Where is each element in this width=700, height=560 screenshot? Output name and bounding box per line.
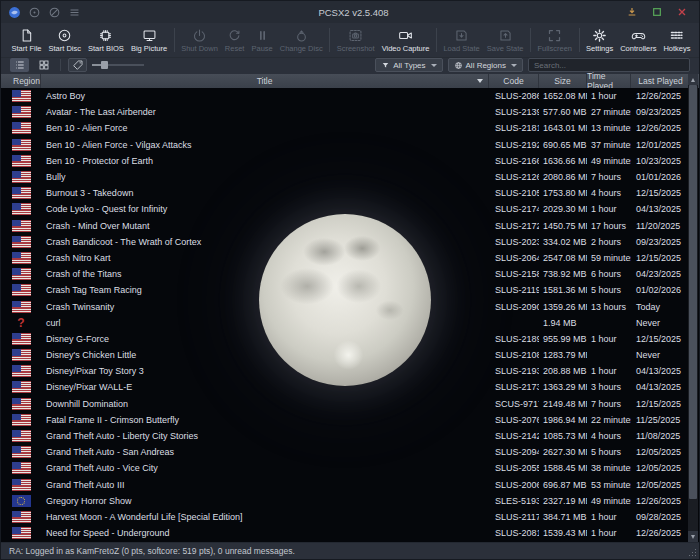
cell-size: 1636.66 MB — [539, 156, 587, 166]
table-row[interactable]: Grand Theft Auto - Liberty City StoriesS… — [1, 428, 699, 444]
minimize-button[interactable] — [626, 6, 638, 18]
table-row[interactable]: Need for Speed - UndergroundSLUS-2081115… — [1, 525, 699, 541]
table-row[interactable]: BullySLUS-212692080.86 MB7 hours01/01/20… — [1, 169, 699, 185]
column-header-last-played[interactable]: Last Played — [631, 74, 691, 88]
column-header-region[interactable]: Region — [1, 74, 41, 88]
table-row[interactable]: Burnout 3 - TakedownSLUS-210501753.80 MB… — [1, 185, 699, 201]
cell-code: SLUS-20552 — [489, 463, 539, 473]
table-row[interactable]: Crash Bandicoot - The Wrath of CortexSLU… — [1, 234, 699, 250]
start-bios-button[interactable]: Start BIOS — [85, 24, 128, 56]
column-header-size[interactable]: Size — [539, 74, 587, 88]
shut-down-button[interactable]: Shut Down — [178, 24, 222, 56]
type-filter-dropdown[interactable]: All Types — [375, 58, 442, 72]
start-bios-icon — [98, 28, 113, 43]
scroll-up-button[interactable] — [688, 74, 698, 85]
table-row[interactable]: Grand Theft Auto - San AndreasSLUS-20946… — [1, 444, 699, 460]
us-flag-icon — [12, 139, 31, 151]
cell-title: Grand Theft Auto - San Andreas — [41, 447, 489, 457]
table-row[interactable]: Ben 10 - Alien ForceSLUS-218151643.01 MB… — [1, 120, 699, 136]
cell-size: 208.88 MB — [539, 366, 587, 376]
cell-last-played: 12/26/2025 — [631, 496, 691, 506]
cell-region — [1, 90, 41, 102]
window-shade-icon[interactable] — [48, 6, 61, 19]
load-state-button[interactable]: Load State — [440, 24, 483, 56]
us-flag-icon — [12, 90, 31, 102]
slider-handle[interactable] — [101, 61, 108, 69]
cell-code: SLES-51933 — [489, 496, 539, 506]
cell-region — [1, 252, 41, 264]
video-capture-button[interactable]: Video Capture — [378, 24, 433, 56]
cell-size: 2327.19 MB — [539, 496, 587, 506]
column-header-label: Size — [554, 76, 571, 86]
window-pin-icon[interactable] — [28, 6, 41, 19]
controllers-icon — [631, 28, 646, 43]
vertical-scrollbar[interactable] — [688, 74, 698, 542]
table-row[interactable]: Astro BoySLUS-208671652.08 MB1 hour12/26… — [1, 88, 699, 104]
grid-view-button[interactable] — [34, 58, 53, 72]
cell-last-played: 12/26/2025 — [631, 528, 691, 538]
table-row[interactable]: Downhill DominationSCUS-971772149.48 MB7… — [1, 396, 699, 412]
start-disc-button[interactable]: Start Disc — [45, 24, 85, 56]
show-titles-button[interactable] — [68, 58, 87, 72]
us-flag-icon — [12, 398, 31, 410]
table-row[interactable]: Disney/Pixar Toy Story 3SLUS-21931208.88… — [1, 363, 699, 379]
region-filter-dropdown[interactable]: All Regions — [448, 58, 523, 72]
list-view-button[interactable] — [10, 58, 29, 72]
controllers-button[interactable]: Controllers — [617, 24, 660, 56]
table-row[interactable]: Fatal Frame II - Crimson ButterflySLUS-2… — [1, 412, 699, 428]
scrollbar-thumb[interactable] — [689, 85, 697, 499]
globe-icon — [454, 61, 463, 70]
screenshot-button[interactable]: Screenshot — [333, 24, 378, 56]
fullscreen-button[interactable]: Fullscreen — [534, 24, 576, 56]
pause-button[interactable]: Pause — [248, 24, 276, 56]
table-row[interactable]: Harvest Moon - A Wonderful Life [Special… — [1, 509, 699, 525]
cell-title: Crash - Mind Over Mutant — [41, 221, 489, 231]
cell-region — [1, 203, 41, 215]
cover-size-slider[interactable] — [92, 58, 144, 72]
start-file-button[interactable]: Start File — [8, 24, 45, 56]
search-input[interactable] — [528, 58, 690, 72]
change-disc-button[interactable]: Change Disc — [276, 24, 326, 56]
table-row[interactable]: Ben 10 - Protector of EarthSLUS-21661163… — [1, 153, 699, 169]
table-row[interactable]: Ben 10 - Alien Force - Vilgax AttacksSLU… — [1, 137, 699, 153]
us-flag-icon — [12, 430, 31, 442]
column-header-title[interactable]: Title — [41, 74, 489, 88]
maximize-button[interactable] — [651, 6, 663, 18]
big-picture-button[interactable]: Big Picture — [127, 24, 170, 56]
cell-region — [1, 527, 41, 539]
table-row[interactable]: Grand Theft Auto - Vice CitySLUS-2055215… — [1, 460, 699, 476]
cell-title: Fatal Frame II - Crimson Butterfly — [41, 415, 489, 425]
toolbar-button-label: Screenshot — [337, 44, 375, 53]
save-state-button[interactable]: Save State — [483, 24, 527, 56]
table-row[interactable]: Grand Theft Auto IIISLUS-20062696.87 MB5… — [1, 477, 699, 493]
table-row[interactable]: Crash Tag Team RacingSLUS-211911581.36 M… — [1, 282, 699, 298]
resize-grip[interactable] — [688, 548, 696, 556]
window-menu-icon[interactable] — [68, 6, 81, 19]
table-row[interactable]: Crash - Mind Over MutantSLUS-217281450.7… — [1, 218, 699, 234]
close-button[interactable] — [676, 6, 688, 18]
column-header-code[interactable]: Code — [489, 74, 539, 88]
table-row[interactable]: Avatar - The Last AirbenderSLUS-21395577… — [1, 104, 699, 120]
table-row[interactable]: Gregory Horror ShowSLES-519332327.19 MB4… — [1, 493, 699, 509]
cell-code: SLUS-21815 — [489, 123, 539, 133]
table-row[interactable]: Crash TwinsanitySLUS-209091359.26 MB13 h… — [1, 298, 699, 314]
table-row[interactable]: Code Lyoko - Quest for InfinitySLUS-2174… — [1, 201, 699, 217]
cell-title: Ben 10 - Alien Force — [41, 123, 489, 133]
table-row[interactable]: Disney's Chicken LittleSLUS-210881283.79… — [1, 347, 699, 363]
table-row[interactable]: Disney G-ForceSLUS-21891955.99 MB1 hour1… — [1, 331, 699, 347]
us-flag-icon — [12, 349, 31, 361]
cell-last-played: 04/13/2025 — [631, 382, 691, 392]
reset-button[interactable]: Reset — [221, 24, 248, 56]
cell-region — [1, 511, 41, 523]
settings-button[interactable]: Settings — [583, 24, 617, 56]
us-flag-icon — [12, 365, 31, 377]
hotkeys-button[interactable]: Hotkeys — [660, 24, 694, 56]
cell-last-played: 11/25/2025 — [631, 415, 691, 425]
toolbar-button-label: Save State — [487, 44, 524, 53]
table-row[interactable]: Crash of the TitansSLUS-21583738.92 MB6 … — [1, 266, 699, 282]
table-row[interactable]: ?curl1.94 MBNever — [1, 315, 699, 331]
table-row[interactable]: Crash Nitro KartSLUS-206492547.08 MB59 m… — [1, 250, 699, 266]
column-header-time-played[interactable]: Time Played — [587, 74, 631, 88]
table-row[interactable]: Disney/Pixar WALL-ESLUS-217361363.29 MB3… — [1, 379, 699, 395]
scroll-down-button[interactable] — [688, 531, 698, 542]
